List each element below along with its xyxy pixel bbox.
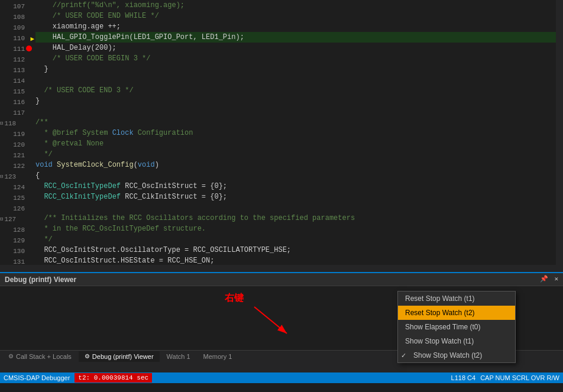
statusbar: CMSIS-DAP Debugger t2: 0.00039814 sec L1… [0,372,563,383]
menu-item-stopwatch-t1-label: Show Stop Watch (t1) [405,334,474,348]
editor-area: 107 108 109 110 111 112 113 114 115 116 … [0,0,563,272]
code-line-124: RCC_OscInitTypeDef RCC_OscInitStruct = {… [35,181,556,192]
code-line-118: /** [35,117,556,128]
debug-titlebar: Debug (printf) Viewer 📌 ✕ [0,273,563,286]
line-121: 121 [0,150,30,161]
code-line-123: { [35,170,556,181]
code-line-108: /* USER CODE END WHILE */ [35,11,556,21]
line-113: 113 [0,65,30,76]
right-click-annotation: 右键 [225,292,244,304]
annotation-text: 右键 [225,293,244,303]
code-line-121: */ [35,149,556,160]
editor-mode: CAP NUM SCRL OVR R/W [480,374,559,381]
tab-debug-printf-label: Debug (printf) Viewer [92,351,154,362]
line-122: 122 [0,161,30,171]
status-right: L118 C4 CAP NUM SCRL OVR R/W [451,374,559,381]
debugger-name: CMSIS-DAP Debugger [4,374,70,381]
line-126: 126 [0,203,30,214]
code-line-125: RCC_ClkInitTypeDef RCC_ClkInitStruct = {… [35,192,556,202]
line-129: 129 [0,235,30,246]
line-117: 117 [0,108,30,118]
cursor-position: L118 C4 [451,374,476,381]
line-123: ⊟123 [0,171,30,182]
code-line-107: //printf("%d\n", xiaoming.age); [35,0,556,11]
menu-item-elapsed-t0[interactable]: Show Elapsed Time (t0) [398,320,515,334]
line-120: 120 [0,140,30,150]
menu-item-stopwatch-t2[interactable]: ✓ Show Stop Watch (t2) [398,348,515,362]
line-124: 124 [0,182,30,193]
menu-item-stopwatch-t1[interactable]: Show Stop Watch (t1) [398,334,515,348]
line-111: 111 [0,44,30,54]
line-110: 110 [0,33,30,44]
code-line-115: /* USER CODE END 3 */ [35,85,556,96]
line-127: ⊟127 [0,214,30,225]
tab-debug-printf[interactable]: ⚙ Debug (printf) Viewer [79,351,160,362]
debug-pin-button[interactable]: 📌 [538,274,551,283]
code-line-130: RCC_OscInitStruct.OscillatorType = RCC_O… [35,245,556,255]
line-116: 116 [0,97,30,108]
tab-call-stack[interactable]: ⚙ Call Stack + Locals [2,351,77,362]
line-114: 114 [0,76,30,86]
code-content[interactable]: //printf("%d\n", xiaoming.age); /* USER … [30,0,556,272]
code-line-114 [35,74,556,85]
line-numbers: 107 108 109 110 111 112 113 114 115 116 … [0,0,30,272]
menu-item-reset-t2[interactable]: Reset Stop Watch (t2) [398,306,515,320]
line-119: 119 [0,129,30,140]
line-108: 108 [0,12,30,22]
line-125: 125 [0,193,30,203]
debug-printf-icon: ⚙ [85,351,90,362]
annotation-arrow [248,304,296,339]
line-128: 128 [0,225,30,235]
code-line-117 [35,106,556,117]
code-line-111: HAL_Delay(200); [35,43,556,53]
tab-memory1[interactable]: Memory 1 [198,351,238,362]
debug-content: 右键 Reset Stop Watch (t1) Reset Stop Watc… [0,286,563,350]
vertical-scrollbar[interactable] [556,0,563,272]
code-line-113: } [35,64,556,74]
tab-memory1-label: Memory 1 [203,351,232,362]
tab-watch1[interactable]: Watch 1 [161,351,196,362]
horizontal-scrollbar[interactable] [0,265,556,272]
code-line-120: * @retval None [35,138,556,149]
code-line-127: /** Initializes the RCC Oscillators acco… [35,213,556,223]
menu-item-stopwatch-t2-label: Show Stop Watch (t2) [405,348,482,362]
code-line-119: * @brief System Clock Configuration [35,128,556,138]
code-line-128: * in the RCC_OscInitTypeDef structure. [35,223,556,234]
line-107: 107 [0,1,30,12]
tab-call-stack-label: Call Stack + Locals [16,351,72,362]
code-line-126 [35,202,556,213]
line-118: ⊟118 [0,118,30,129]
line-115: 115 [0,86,30,97]
menu-item-reset-t1-label: Reset Stop Watch (t1) [405,291,475,306]
line-130: 130 [0,246,30,257]
debug-viewer: Debug (printf) Viewer 📌 ✕ 右键 [0,272,563,372]
code-line-112: /* USER CODE BEGIN 3 */ [35,53,556,64]
t2-value: t2: 0.00039814 sec [75,373,152,383]
menu-item-elapsed-t0-label: Show Elapsed Time (t0) [405,320,480,334]
line-109: 109 [0,22,30,33]
debug-controls: 📌 ✕ [538,274,561,283]
debug-viewer-title: Debug (printf) Viewer [5,276,76,284]
tab-watch1-label: Watch 1 [167,351,190,362]
context-menu: Reset Stop Watch (t1) Reset Stop Watch (… [397,291,516,363]
code-line-122: void SystemClock_Config(void) [35,160,556,170]
code-line-109: xiaoming.age ++; [35,21,556,32]
menu-item-reset-t1[interactable]: Reset Stop Watch (t1) [398,291,515,306]
menu-item-reset-t2-label: Reset Stop Watch (t2) [405,306,475,320]
svg-line-1 [254,307,287,333]
call-stack-icon: ⚙ [8,351,14,362]
debug-close-button[interactable]: ✕ [552,274,561,283]
menu-checkmark-t2: ✓ [400,348,407,362]
code-line-110: HAL_GPIO_TogglePin(LED1_GPIO_Port, LED1_… [35,32,556,43]
line-112: 112 [0,54,30,65]
code-line-116: } [35,96,556,106]
code-line-129: */ [35,234,556,245]
